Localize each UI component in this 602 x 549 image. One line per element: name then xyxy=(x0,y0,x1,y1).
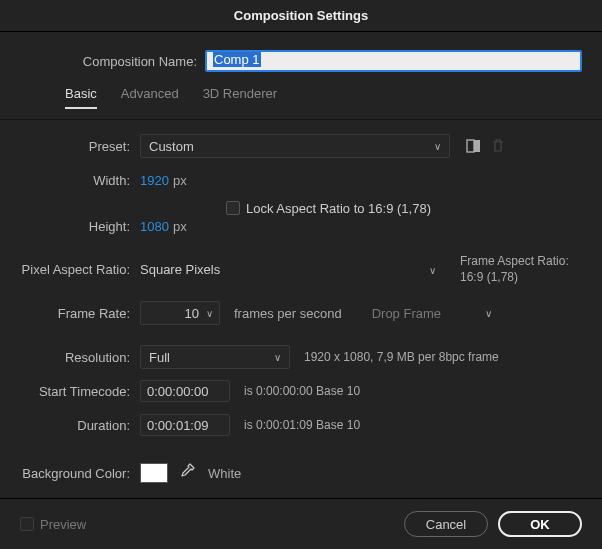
bg-color-name: White xyxy=(208,466,241,481)
preview-checkbox: Preview xyxy=(20,517,86,532)
checkbox-icon xyxy=(20,517,34,531)
eyedropper-button[interactable] xyxy=(178,464,196,482)
tab-3d-renderer[interactable]: 3D Renderer xyxy=(203,86,277,109)
chevron-down-icon: ∨ xyxy=(485,308,492,319)
height-unit: px xyxy=(173,219,187,234)
eyedropper-icon xyxy=(179,465,195,481)
width-label: Width: xyxy=(20,173,140,188)
width-input[interactable]: 1920 xyxy=(140,173,169,188)
chevron-down-icon: ∨ xyxy=(434,141,441,152)
width-unit: px xyxy=(173,173,187,188)
save-preset-button[interactable] xyxy=(462,134,486,158)
svg-rect-0 xyxy=(467,140,474,152)
footer: Preview Cancel OK xyxy=(0,498,602,549)
titlebar: Composition Settings xyxy=(0,0,602,32)
fps-label: Frame Rate: xyxy=(20,306,140,321)
resolution-label: Resolution: xyxy=(20,350,140,365)
frame-aspect-info: Frame Aspect Ratio: 16:9 (1,78) xyxy=(460,254,569,285)
fps-select[interactable]: 10 ∨ xyxy=(140,301,220,325)
chevron-down-icon: ∨ xyxy=(429,264,436,275)
preset-select[interactable]: Custom ∨ xyxy=(140,134,450,158)
comp-name-label: Composition Name: xyxy=(20,54,205,69)
fps-unit: frames per second xyxy=(234,306,342,321)
height-input[interactable]: 1080 xyxy=(140,219,169,234)
bg-color-swatch[interactable] xyxy=(140,463,168,483)
chevron-down-icon: ∨ xyxy=(206,308,213,319)
tab-divider xyxy=(0,119,602,120)
duration-input[interactable]: 0:00:01:09 xyxy=(140,414,230,436)
composition-settings-dialog: Composition Settings Composition Name: C… xyxy=(0,0,602,549)
chevron-down-icon: ∨ xyxy=(274,352,281,363)
start-tc-input[interactable]: 0:00:00:00 xyxy=(140,380,230,402)
duration-info: is 0:00:01:09 Base 10 xyxy=(244,418,360,432)
start-tc-label: Start Timecode: xyxy=(20,384,140,399)
save-preset-icon xyxy=(466,139,482,153)
comp-name-input[interactable]: Comp 1 xyxy=(205,50,582,72)
drop-frame-select: Drop Frame ∨ xyxy=(372,306,482,321)
preset-label: Preset: xyxy=(20,139,140,154)
cancel-button[interactable]: Cancel xyxy=(404,511,488,537)
duration-label: Duration: xyxy=(20,418,140,433)
par-select[interactable]: Square Pixels xyxy=(140,262,220,277)
window-title: Composition Settings xyxy=(234,8,368,23)
height-label: Height: xyxy=(20,219,140,234)
resolution-select[interactable]: Full ∨ xyxy=(140,345,290,369)
start-tc-info: is 0:00:00:00 Base 10 xyxy=(244,384,360,398)
par-label: Pixel Aspect Ratio: xyxy=(20,262,140,277)
tab-advanced[interactable]: Advanced xyxy=(121,86,179,109)
trash-icon xyxy=(492,139,504,153)
checkbox-icon xyxy=(226,201,240,215)
tab-basic[interactable]: Basic xyxy=(65,86,97,109)
bg-color-label: Background Color: xyxy=(20,466,140,481)
ok-button[interactable]: OK xyxy=(498,511,582,537)
svg-rect-1 xyxy=(474,140,480,152)
tabs: Basic Advanced 3D Renderer xyxy=(20,86,582,109)
delete-preset-button xyxy=(486,134,510,158)
resolution-info: 1920 x 1080, 7,9 MB per 8bpc frame xyxy=(304,350,499,364)
